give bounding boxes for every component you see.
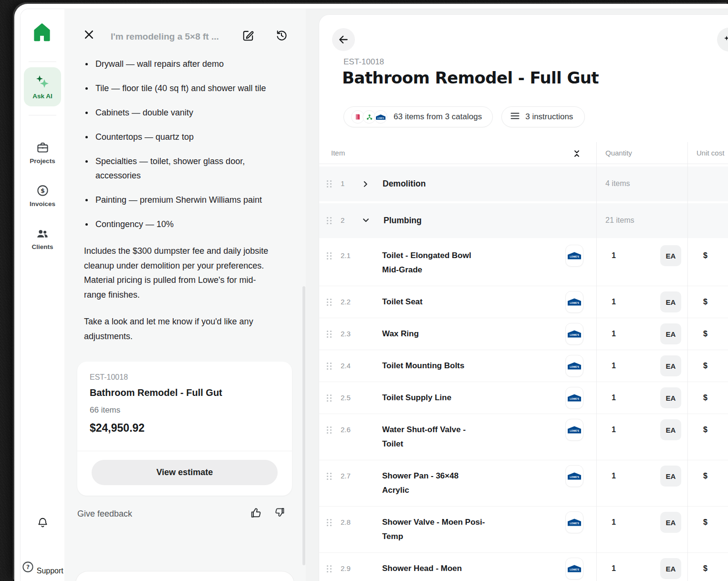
drag-handle-icon[interactable] — [326, 426, 332, 436]
bullet-dot — [85, 160, 88, 163]
lowes-catalog-badge[interactable]: LOWE'S — [565, 511, 583, 533]
unit-selector[interactable]: EA — [660, 387, 681, 408]
table-row[interactable]: 2.3Wax RingLOWE'S1EA$ — [319, 318, 728, 350]
table-row[interactable]: 2.5Toilet Supply LineLOWE'S1EA$ — [319, 382, 728, 414]
unit-selector[interactable]: EA — [660, 245, 681, 266]
chat-thread-title[interactable]: I'm remodeling a 5×8 ft ... — [111, 31, 235, 42]
collapse-all-icon[interactable] — [573, 149, 581, 160]
drag-handle-icon[interactable] — [326, 330, 332, 340]
drag-handle-icon[interactable] — [326, 180, 332, 190]
thumbs-up-icon[interactable] — [250, 507, 262, 521]
estimate-code: EST-10018 — [343, 57, 384, 67]
estimate-title: Bathroom Remodel - Full Gut — [90, 387, 280, 398]
thumbs-down-icon[interactable] — [274, 507, 285, 521]
estimate-preview-card[interactable]: EST-10018 Bathroom Remodel - Full Gut 66… — [77, 362, 292, 496]
column-divider — [687, 142, 688, 581]
catalogs-badge-label: 63 items from 3 catalogs — [394, 112, 482, 122]
item-number: 2.6 — [341, 423, 367, 437]
table-row[interactable]: 2.7Shower Pan - 36×48 AcrylicLOWE'S1EA$ — [319, 460, 728, 506]
drag-handle-icon[interactable] — [326, 394, 332, 404]
unit-selector[interactable]: EA — [660, 512, 681, 533]
chevron-down-icon[interactable] — [361, 216, 370, 226]
unit-cost-value[interactable]: $ — [703, 391, 707, 405]
new-chat-icon[interactable] — [242, 29, 254, 43]
bullet-item: Cabinets — double vanity — [84, 105, 300, 120]
history-icon[interactable] — [275, 29, 288, 43]
drag-handle-icon[interactable] — [326, 217, 332, 227]
sidebar-item-support[interactable]: ? Support — [21, 560, 64, 575]
sidebar-item-invoices[interactable]: $ Invoices — [21, 184, 64, 208]
header-action-button[interactable] — [717, 28, 728, 52]
quantity-value[interactable]: 1 — [612, 295, 616, 309]
unit-cost-value[interactable]: $ — [703, 469, 707, 483]
quantity-value[interactable]: 1 — [612, 469, 616, 483]
drag-handle-icon[interactable] — [326, 362, 332, 372]
lowes-catalog-badge[interactable]: LOWE'S — [565, 245, 583, 267]
chevron-right-icon[interactable] — [361, 179, 369, 190]
catalogs-badge[interactable]: LOWE'S 63 items from 3 catalogs — [343, 106, 493, 127]
table-row[interactable]: 2.6Water Shut-off Valve - ToiletLOWE'S1E… — [319, 414, 728, 460]
unit-cost-value[interactable]: $ — [703, 327, 707, 341]
group-row-demolition[interactable]: 1Demolition4 items — [319, 166, 728, 201]
lowes-catalog-badge[interactable]: LOWE'S — [565, 291, 583, 313]
unit-cost-value[interactable]: $ — [703, 295, 707, 309]
sidebar-item-clients[interactable]: Clients — [21, 228, 64, 250]
instructions-badge[interactable]: 3 instructions — [501, 106, 585, 127]
unit-selector[interactable]: EA — [660, 558, 681, 579]
close-icon[interactable] — [83, 29, 94, 42]
drag-handle-icon[interactable] — [326, 298, 332, 308]
unit-cost-value[interactable]: $ — [703, 561, 707, 576]
sidebar-item-projects[interactable]: Projects — [21, 141, 64, 165]
svg-text:$: $ — [41, 187, 45, 194]
quantity-value[interactable]: 1 — [612, 249, 616, 263]
group-row-plumbing[interactable]: 2Plumbing21 items — [319, 203, 728, 238]
list-lines-icon — [510, 112, 520, 122]
unit-selector[interactable]: EA — [660, 323, 681, 344]
chat-scrollbar[interactable] — [302, 286, 305, 565]
quantity-value[interactable]: 1 — [612, 327, 616, 341]
column-divider — [596, 142, 597, 581]
lowes-catalog-badge[interactable]: LOWE'S — [565, 355, 583, 377]
drag-handle-icon[interactable] — [326, 565, 332, 575]
unit-cost-value[interactable]: $ — [703, 359, 707, 373]
quantity-value[interactable]: 1 — [612, 561, 616, 576]
quantity-value[interactable]: 1 — [612, 391, 616, 405]
unit-cost-value[interactable]: $ — [703, 249, 707, 263]
notifications-button[interactable] — [21, 517, 64, 530]
unit-selector[interactable]: EA — [660, 291, 681, 312]
lowes-catalog-badge[interactable]: LOWE'S — [565, 419, 583, 441]
bullet-text: Countertops — quartz top — [95, 130, 194, 144]
table-row[interactable]: 2.8Shower Valve - Moen Posi-TempLOWE'S1E… — [319, 506, 728, 552]
unit-selector[interactable]: EA — [660, 355, 681, 376]
assistant-message: Drywall — wall repairs after demoTile — … — [84, 57, 300, 343]
group-section: 1Demolition4 items — [319, 166, 728, 201]
lowes-catalog-badge[interactable]: LOWE'S — [565, 387, 583, 409]
table-row[interactable]: 2.2Toilet SeatLOWE'S1EA$ — [319, 286, 728, 318]
item-name: Toilet Mounting Bolts — [382, 350, 486, 382]
lowes-catalog-badge[interactable]: LOWE'S — [565, 558, 583, 580]
ask-ai-button[interactable]: Ask AI — [24, 67, 61, 106]
table-row[interactable]: 2.9Shower Head - MoenLOWE'S1EA$ — [319, 552, 728, 581]
estimate-code: EST-10018 — [90, 373, 280, 382]
table-row[interactable]: 2.1Toilet - Elongated Bowl Mid-GradeLOWE… — [319, 240, 728, 286]
unit-selector[interactable]: EA — [660, 419, 681, 440]
lowes-catalog-badge[interactable]: LOWE'S — [565, 323, 583, 345]
quantity-value[interactable]: 1 — [612, 515, 616, 529]
unit-cost-value[interactable]: $ — [703, 515, 707, 529]
quantity-value[interactable]: 1 — [612, 423, 616, 437]
drag-handle-icon[interactable] — [326, 519, 332, 529]
drag-handle-icon[interactable] — [326, 472, 332, 482]
drag-handle-icon[interactable] — [326, 252, 332, 262]
sparkles-icon — [35, 74, 50, 91]
quantity-value[interactable]: 1 — [612, 359, 616, 373]
unit-cost-value[interactable]: $ — [703, 423, 707, 437]
back-button[interactable] — [332, 28, 355, 51]
bullet-text: Contingency — 10% — [95, 217, 174, 231]
give-feedback-label: Give feedback — [77, 509, 132, 519]
view-estimate-button[interactable]: View estimate — [92, 460, 278, 485]
table-row[interactable]: 2.4Toilet Mounting BoltsLOWE'S1EA$ — [319, 350, 728, 382]
lowes-catalog-badge[interactable]: LOWE'S — [565, 465, 583, 487]
handoff-logo-icon[interactable] — [32, 22, 52, 42]
unit-selector[interactable]: EA — [660, 466, 681, 487]
chat-input[interactable] — [75, 571, 294, 581]
